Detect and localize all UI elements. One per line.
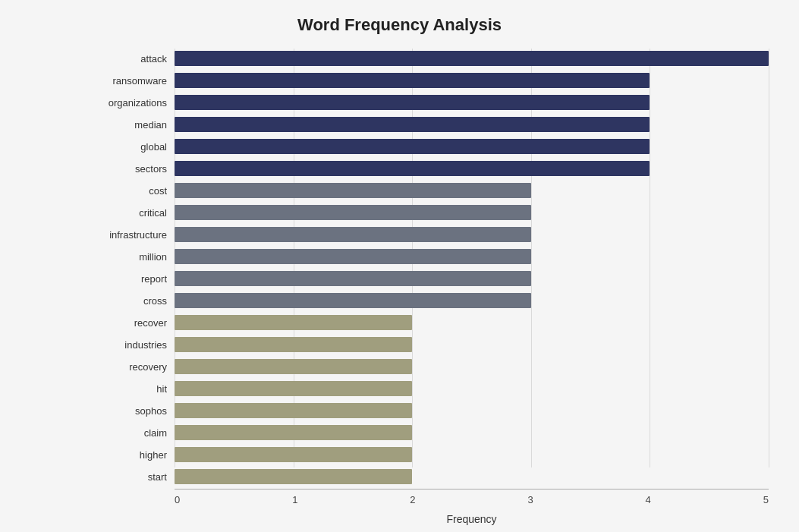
x-tick-1: 1 [292, 494, 297, 505]
bar-fill [175, 359, 412, 374]
table-row: cost [91, 181, 769, 200]
bar-fill [175, 293, 531, 308]
bar-track [175, 469, 769, 484]
table-row: median [91, 115, 769, 134]
bar-fill [175, 183, 531, 198]
bar-label: higher [91, 449, 175, 461]
bar-fill [175, 447, 412, 462]
table-row: claim [91, 423, 769, 442]
bar-label: cost [91, 185, 175, 197]
table-row: sophos [91, 401, 769, 420]
bar-label: infrastructure [91, 229, 175, 241]
x-tick-5: 5 [763, 494, 769, 505]
bar-label: cross [91, 295, 175, 307]
table-row: recovery [91, 357, 769, 376]
bar-label: recovery [91, 361, 175, 373]
bar-fill [175, 205, 531, 220]
table-row: global [91, 137, 769, 156]
bar-label: industries [91, 339, 175, 351]
table-row: sectors [91, 159, 769, 178]
bar-fill [175, 381, 412, 396]
x-tick-4: 4 [646, 494, 651, 505]
bar-fill [175, 403, 412, 418]
bar-fill [175, 271, 531, 286]
table-row: recover [91, 313, 769, 332]
bar-track [175, 381, 769, 396]
bar-track [175, 95, 769, 110]
bar-track [175, 73, 769, 88]
x-tick-2: 2 [410, 494, 415, 505]
bar-label: median [91, 119, 175, 131]
bar-label: ransomware [91, 75, 175, 87]
bar-track [175, 337, 769, 352]
bar-label: global [91, 141, 175, 153]
bar-fill [175, 161, 650, 176]
bar-fill [175, 249, 531, 264]
bar-fill [175, 73, 650, 88]
bar-label: sectors [91, 163, 175, 175]
bar-fill [175, 315, 412, 330]
table-row: organizations [91, 93, 769, 112]
bar-track [175, 447, 769, 462]
bar-track [175, 183, 769, 198]
x-tick-0: 0 [175, 494, 180, 505]
table-row: higher [91, 445, 769, 464]
bar-track [175, 51, 769, 66]
bar-track [175, 293, 769, 308]
bar-fill [175, 469, 412, 484]
bar-track [175, 139, 769, 154]
bar-track [175, 117, 769, 132]
x-axis-ticks: 012345 [175, 494, 769, 505]
table-row: critical [91, 203, 769, 222]
bar-track [175, 161, 769, 176]
bar-track [175, 403, 769, 418]
bar-fill [175, 139, 650, 154]
bar-fill [175, 337, 412, 352]
grid-line-5 [769, 49, 769, 467]
table-row: attack [91, 49, 769, 68]
bar-fill [175, 95, 650, 110]
table-row: hit [91, 379, 769, 398]
chart-container: Word Frequency Analysis attackransomware… [0, 0, 799, 532]
bar-track [175, 227, 769, 242]
bar-fill [175, 51, 769, 66]
bar-label: attack [91, 53, 175, 65]
bar-track [175, 271, 769, 286]
bar-label: hit [91, 383, 175, 395]
x-axis-label: Frequency [175, 513, 769, 525]
table-row: ransomware [91, 71, 769, 90]
bar-fill [175, 425, 412, 440]
table-row: start [91, 467, 769, 486]
table-row: report [91, 269, 769, 288]
bar-label: start [91, 471, 175, 483]
bar-label: sophos [91, 405, 175, 417]
table-row: cross [91, 291, 769, 310]
bar-label: recover [91, 317, 175, 329]
bar-fill [175, 227, 531, 242]
bar-label: million [91, 251, 175, 263]
chart-title: Word Frequency Analysis [30, 15, 769, 35]
bar-fill [175, 117, 650, 132]
bar-track [175, 315, 769, 330]
bar-track [175, 425, 769, 440]
bar-track [175, 205, 769, 220]
bar-label: report [91, 273, 175, 285]
bar-track [175, 359, 769, 374]
table-row: industries [91, 335, 769, 354]
table-row: infrastructure [91, 225, 769, 244]
bar-label: critical [91, 207, 175, 219]
bar-label: claim [91, 427, 175, 439]
x-tick-3: 3 [527, 494, 533, 505]
bar-label: organizations [91, 97, 175, 109]
bar-track [175, 249, 769, 264]
table-row: million [91, 247, 769, 266]
